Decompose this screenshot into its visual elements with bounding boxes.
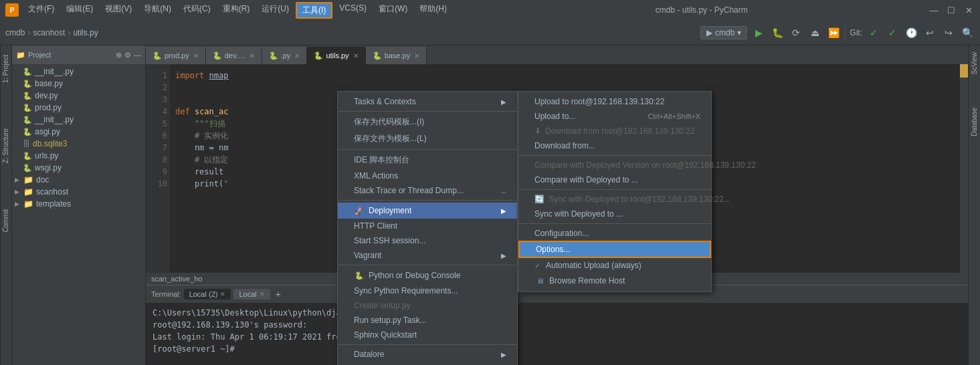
py-icon: 🐍 [269,51,278,60]
menu-run[interactable]: 运行(U) [256,2,294,19]
menu-stack-trace[interactable]: Stack Trace or Thread Dump... ... [338,183,517,198]
minimize-icon[interactable]: — [134,51,141,59]
deploy-upload-to-root[interactable]: Upload to root@192.168.139.130:22 [518,94,711,109]
menu-window[interactable]: 窗口(W) [373,2,413,19]
menu-run-setup[interactable]: Run setup.py Task... [338,313,517,328]
tab-dev[interactable]: 🐍 dev.… ✕ [206,47,262,64]
menu-label: Run setup.py Task... [354,316,427,325]
tree-item-wsgi[interactable]: 🐍 wsgi.py [12,162,145,174]
tree-item-label: __init__.py [35,67,74,76]
close-button[interactable]: ✕ [963,4,975,16]
menu-xml-actions[interactable]: XML Actions [338,168,517,183]
menu-http-client[interactable]: HTTP Client [338,219,517,233]
deploy-download-from[interactable]: Download from... [518,138,711,153]
tab-close[interactable]: ✕ [250,52,255,59]
menu-sync-python[interactable]: Sync Python Requirements... [338,283,517,298]
project-tab[interactable]: 1: Project [1,52,11,86]
deploy-options[interactable]: Options... [518,241,711,258]
minimize-button[interactable]: — [928,4,940,16]
commit-tab[interactable]: Commit [1,207,11,235]
term-tab-close[interactable]: ✕ [260,291,265,297]
tab-close[interactable]: ✕ [414,52,419,59]
menu-tools[interactable]: 工具(I) [296,2,332,19]
menu-python-console[interactable]: 🐍 Python or Debug Console [338,267,517,283]
menu-ssh-session[interactable]: Start SSH session... [338,233,517,248]
search-button[interactable]: 🔍 [960,25,975,40]
breadcrumb-file[interactable]: utils.py [73,28,98,37]
menu-refactor[interactable]: 重构(R) [217,2,256,19]
maximize-button[interactable]: ☐ [945,4,957,16]
menu-file[interactable]: 文件(F) [23,2,60,19]
menu-label: 保存为代码模板...(I) [354,116,424,128]
tab-close[interactable]: ✕ [353,52,359,59]
menu-deployment[interactable]: 🚀 Deployment ▶ [338,203,517,219]
tree-item-doc[interactable]: ▶ 📁 doc [12,174,145,186]
menu-tasks[interactable]: Tasks & Contexts ▶ [338,94,517,109]
breadcrumb-project[interactable]: cmdb [5,28,25,37]
breadcrumb: cmdb › scanhost › utils.py [5,28,98,37]
deploy-sync-deployed-to[interactable]: Sync with Deployed to ... [518,207,711,221]
deploy-auto-upload[interactable]: ✓ Automatic Upload (always) [518,258,711,273]
profile-button[interactable]: ⏏ [807,25,822,40]
tree-item-scanhost[interactable]: ▶ 📁 scanhost [12,186,145,198]
add-icon[interactable]: ⊕ [116,51,122,59]
titlebar: P 文件(F) 编辑(E) 视图(V) 导航(N) 代码(C) 重构(R) 运行… [0,0,980,20]
terminal-tab-local2[interactable]: Local (2) ✕ [184,289,231,299]
menu-code[interactable]: 代码(C) [178,2,216,19]
menu-save-file-template[interactable]: 保存文件为模板...(L) [338,130,517,147]
term-tab-close[interactable]: ✕ [220,291,225,297]
tree-item-init2[interactable]: 🐍 __init__.py [12,114,145,126]
terminal-line: [root@server1 ~]# [153,343,961,355]
deploy-configuration[interactable]: Configuration... [518,226,711,241]
terminal-tab-local[interactable]: Local ✕ [233,289,270,299]
tree-item-base[interactable]: 🐍 base.py [12,78,145,90]
menu-datalore[interactable]: Datalore ▶ [338,347,517,362]
git-time[interactable]: 🕐 [904,25,918,40]
menu-save-template[interactable]: 保存为代码模板...(I) [338,114,517,130]
deploy-compare-deployed-to[interactable]: Compare with Deployed to ... [518,172,711,187]
tree-item-templates[interactable]: ▶ 📁 templates [12,198,145,210]
menu-ide-console[interactable]: IDE 脚本控制台 [338,152,517,168]
concurrency-button[interactable]: ⏩ [826,25,841,40]
deploy-browse-remote[interactable]: 🖥 Browse Remote Host [518,273,711,289]
tab-py[interactable]: 🐍 .py ✕ [262,47,308,64]
menu-help[interactable]: 帮助(H) [414,2,452,19]
tree-item-prod[interactable]: 🐍 prod.py [12,102,145,114]
git-check1[interactable]: ✓ [866,25,881,40]
menu-edit[interactable]: 编辑(E) [61,2,98,19]
menu-divider [518,223,711,224]
undo-button[interactable]: ↩ [922,25,937,40]
settings-icon[interactable]: ⚙ [124,51,131,59]
tab-prod[interactable]: 🐍 prod.py ✕ [146,47,206,64]
menu-label: Sync Python Requirements... [354,286,458,295]
scview-tab[interactable]: ScView [971,52,978,74]
menu-nav[interactable]: 导航(N) [138,2,177,19]
run-button[interactable]: ▶ [751,25,766,40]
git-check2[interactable]: ✓ [885,25,900,40]
breadcrumb-folder[interactable]: scanhost [33,28,65,37]
menu-vagrant[interactable]: Vagrant ▶ [338,248,517,263]
menu-vcs[interactable]: VCS(S) [334,2,372,19]
menu-label: 保存文件为模板...(L) [354,133,427,144]
tree-item-init1[interactable]: 🐍 __init__.py [12,66,145,78]
tab-base[interactable]: 🐍 base.py ✕ [366,47,427,64]
debug-button[interactable]: 🐛 [770,25,785,40]
structure-tab[interactable]: Z: Structure [1,126,11,166]
redo-button[interactable]: ↪ [941,25,956,40]
run-config-button[interactable]: ▶ cmdb ▾ [700,26,747,39]
menu-view[interactable]: 视图(V) [100,2,137,19]
tab-close[interactable]: ✕ [294,52,300,59]
deploy-upload-to[interactable]: Upload to... Ctrl+Alt+Shift+X [518,109,711,124]
menu-sphinx[interactable]: Sphinx Quickstart [338,328,517,342]
menu-google-app[interactable]: Google App Engine ▶ [338,362,517,365]
terminal-add-button[interactable]: + [276,289,281,299]
tab-close[interactable]: ✕ [193,52,199,59]
terminal-content[interactable]: C:\Users\15735\Desktop\Linux\python\djan… [146,303,968,359]
tree-item-dev[interactable]: 🐍 dev.py [12,90,145,102]
tree-item-db[interactable]: 🗄 db.sqlite3 [12,138,145,150]
tree-item-asgi[interactable]: 🐍 asgi.py [12,126,145,138]
tab-utils[interactable]: 🐍 utils.py ✕ [307,47,365,64]
tree-item-urls[interactable]: 🐍 urls.py [12,150,145,162]
database-tab[interactable]: Database [971,108,978,136]
coverage-button[interactable]: ⟳ [789,25,803,40]
